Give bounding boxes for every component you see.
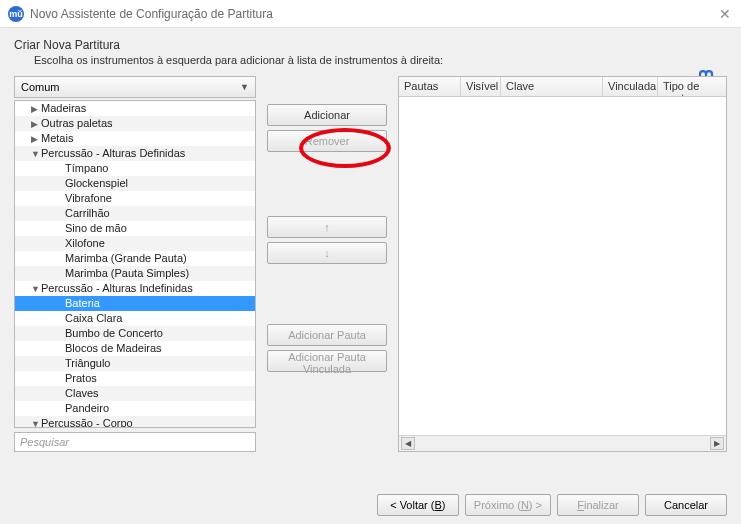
tree-item-label: Xilofone <box>65 237 105 249</box>
tree-item-label: Carrilhão <box>65 207 110 219</box>
tree-item[interactable]: Xilofone <box>15 236 255 251</box>
tree-item[interactable]: Vibrafone <box>15 191 255 206</box>
scroll-left-icon[interactable]: ◀ <box>401 437 415 450</box>
tree-item[interactable]: Bateria <box>15 296 255 311</box>
tree-item-label: Metais <box>41 132 73 144</box>
tree-item[interactable]: Claves <box>15 386 255 401</box>
tree-item[interactable]: Marimba (Pauta Simples) <box>15 266 255 281</box>
tree-item-label: Tímpano <box>65 162 108 174</box>
tree-group[interactable]: ▶Outras paletas <box>15 116 255 131</box>
tree-item-label: Percussão - Alturas Indefinidas <box>41 282 193 294</box>
tree-item-label: Pandeiro <box>65 402 109 414</box>
tree-item-label: Caixa Clara <box>65 312 122 324</box>
back-button[interactable]: < Voltar (B) <box>377 494 459 516</box>
tree-group[interactable]: ▼Percussão - Alturas Indefinidas <box>15 281 255 296</box>
tree-item[interactable]: Tímpano <box>15 161 255 176</box>
tree-item-label: Madeiras <box>41 102 86 114</box>
instrument-tree[interactable]: ▶Madeiras▶Outras paletas▶Metais▼Percussã… <box>14 100 256 428</box>
instruments-table[interactable]: Pautas Visível Clave Vinculada Tipo de p… <box>398 76 727 452</box>
tree-item[interactable]: Caixa Clara <box>15 311 255 326</box>
h-scrollbar[interactable]: ◀ ▶ <box>399 435 726 451</box>
next-button[interactable]: Próximo (N) > <box>465 494 551 516</box>
tree-item-label: Blocos de Madeiras <box>65 342 162 354</box>
collapse-icon[interactable]: ▼ <box>31 147 41 162</box>
tree-item[interactable]: Pratos <box>15 371 255 386</box>
tree-group[interactable]: ▶Madeiras <box>15 101 255 116</box>
window-title: Novo Assistente de Configuração de Parti… <box>30 7 273 21</box>
finish-button[interactable]: Finalizar <box>557 494 639 516</box>
combo-value: Comum <box>21 81 60 93</box>
tree-group[interactable]: ▶Metais <box>15 131 255 146</box>
tree-item-label: Bateria <box>65 297 100 309</box>
tree-item[interactable]: Sino de mão <box>15 221 255 236</box>
category-combo[interactable]: Comum ▼ <box>14 76 256 98</box>
footer-buttons: < Voltar (B) Próximo (N) > Finalizar Can… <box>377 494 727 516</box>
tree-item-label: Percussão - Corpo <box>41 417 133 428</box>
tree-item-label: Marimba (Grande Pauta) <box>65 252 187 264</box>
tree-item-label: Bumbo de Concerto <box>65 327 163 339</box>
page-subheading: Escolha os instrumentos à esquerda para … <box>34 54 727 66</box>
page-heading: Criar Nova Partitura <box>14 38 727 52</box>
table-body <box>399 97 726 435</box>
col-clave[interactable]: Clave <box>501 77 603 96</box>
scroll-right-icon[interactable]: ▶ <box>710 437 724 450</box>
col-visivel[interactable]: Visível <box>461 77 501 96</box>
collapse-icon[interactable]: ▼ <box>31 417 41 428</box>
chevron-down-icon: ▼ <box>240 82 249 92</box>
left-panel: Comum ▼ ▶Madeiras▶Outras paletas▶Metais▼… <box>14 76 256 452</box>
tree-item-label: Pratos <box>65 372 97 384</box>
move-down-button[interactable]: ↓ <box>267 242 387 264</box>
tree-item[interactable]: Carrilhão <box>15 206 255 221</box>
titlebar: mŭ Novo Assistente de Configuração de Pa… <box>0 0 741 28</box>
tree-group[interactable]: ▼Percussão - Alturas Definidas <box>15 146 255 161</box>
col-vinculada[interactable]: Vinculada <box>603 77 658 96</box>
tree-group[interactable]: ▼Percussão - Corpo <box>15 416 255 428</box>
remove-button[interactable]: Remover <box>267 130 387 152</box>
tree-item[interactable]: Triângulo <box>15 356 255 371</box>
collapse-icon[interactable]: ▼ <box>31 282 41 297</box>
tree-item-label: Marimba (Pauta Simples) <box>65 267 189 279</box>
tree-item[interactable]: Marimba (Grande Pauta) <box>15 251 255 266</box>
expand-icon[interactable]: ▶ <box>31 102 41 117</box>
col-tipo[interactable]: Tipo de pauta <box>658 77 726 96</box>
tree-item-label: Glockenspiel <box>65 177 128 189</box>
app-icon: mŭ <box>8 6 24 22</box>
search-input[interactable]: Pesquisar <box>14 432 256 452</box>
tree-item[interactable]: Pandeiro <box>15 401 255 416</box>
middle-buttons: Adicionar Remover ↑ ↓ Adicionar Pauta Ad… <box>262 76 392 452</box>
add-linked-staff-button[interactable]: Adicionar Pauta Vinculada <box>267 350 387 372</box>
tree-item-label: Claves <box>65 387 99 399</box>
tree-item-label: Sino de mão <box>65 222 127 234</box>
tree-item-label: Outras paletas <box>41 117 113 129</box>
add-staff-button[interactable]: Adicionar Pauta <box>267 324 387 346</box>
move-up-button[interactable]: ↑ <box>267 216 387 238</box>
expand-icon[interactable]: ▶ <box>31 117 41 132</box>
close-icon[interactable]: ✕ <box>719 6 731 22</box>
col-pautas[interactable]: Pautas <box>399 77 461 96</box>
right-panel: Pautas Visível Clave Vinculada Tipo de p… <box>398 76 727 452</box>
tree-item[interactable]: Glockenspiel <box>15 176 255 191</box>
tree-item-label: Vibrafone <box>65 192 112 204</box>
tree-item-label: Triângulo <box>65 357 110 369</box>
expand-icon[interactable]: ▶ <box>31 132 41 147</box>
cancel-button[interactable]: Cancelar <box>645 494 727 516</box>
table-header: Pautas Visível Clave Vinculada Tipo de p… <box>399 77 726 97</box>
tree-item-label: Percussão - Alturas Definidas <box>41 147 185 159</box>
tree-item[interactable]: Bumbo de Concerto <box>15 326 255 341</box>
tree-item[interactable]: Blocos de Madeiras <box>15 341 255 356</box>
add-button[interactable]: Adicionar <box>267 104 387 126</box>
